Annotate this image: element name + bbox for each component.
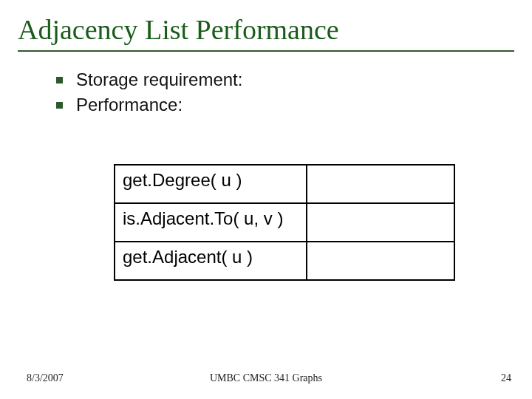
- bullet-text: Storage requirement:: [76, 69, 242, 90]
- performance-table: get.Degree( u ) is.Adjacent.To( u, v ) g…: [114, 164, 455, 281]
- table-row: get.Degree( u ): [115, 165, 454, 203]
- operation-cell: get.Adjacent( u ): [115, 242, 307, 280]
- value-cell: [307, 242, 454, 280]
- bullet-list: Storage requirement: Performance:: [56, 69, 514, 115]
- operation-cell: get.Degree( u ): [115, 165, 307, 203]
- list-item: Performance:: [56, 95, 514, 115]
- slide-title: Adjacency List Performance: [18, 13, 514, 46]
- value-cell: [307, 165, 454, 203]
- bullet-text: Performance:: [76, 95, 183, 115]
- value-cell: [307, 203, 454, 242]
- operation-cell: is.Adjacent.To( u, v ): [115, 203, 307, 242]
- table-row: is.Adjacent.To( u, v ): [115, 203, 454, 242]
- list-item: Storage requirement:: [56, 69, 514, 90]
- square-bullet-icon: [56, 102, 63, 109]
- footer-course: UMBC CMSC 341 Graphs: [0, 372, 532, 384]
- performance-table-wrap: get.Degree( u ) is.Adjacent.To( u, v ) g…: [114, 164, 514, 281]
- title-rule: Adjacency List Performance: [18, 13, 514, 52]
- slide: Adjacency List Performance Storage requi…: [0, 0, 532, 399]
- square-bullet-icon: [56, 77, 63, 83]
- table-row: get.Adjacent( u ): [115, 242, 454, 280]
- slide-footer: 8/3/2007 UMBC CMSC 341 Graphs 24: [0, 372, 532, 384]
